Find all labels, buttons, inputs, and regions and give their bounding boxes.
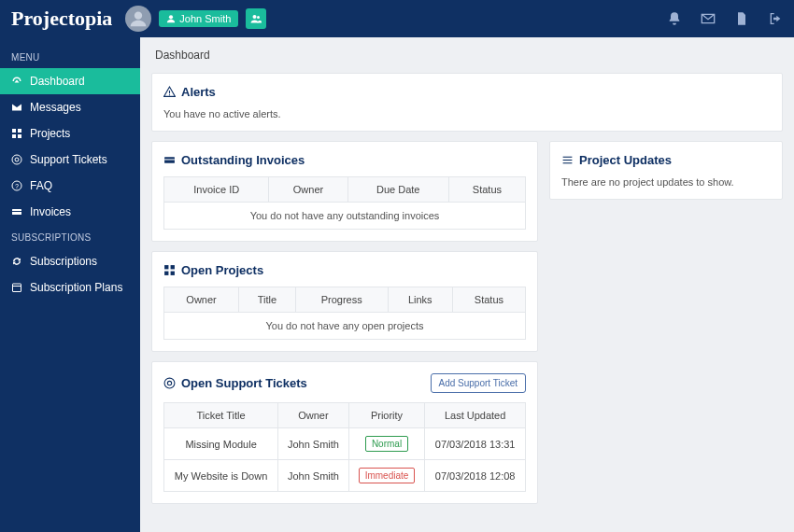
ticket-owner: John Smith <box>278 460 349 492</box>
card-title: Project Updates <box>579 153 672 167</box>
sidebar-item-label: Support Tickets <box>30 153 107 166</box>
file-icon[interactable] <box>734 11 749 26</box>
sidebar-item-label: FAQ <box>30 179 52 192</box>
svg-point-9 <box>15 158 19 161</box>
table-row[interactable]: My Website is DownJohn SmithImmediate07/… <box>164 460 526 492</box>
th: Owner <box>269 177 347 203</box>
th: Ticket Title <box>164 403 278 428</box>
svg-rect-14 <box>13 284 21 292</box>
user-icon <box>129 9 148 28</box>
warning-icon <box>163 86 176 98</box>
grid-icon <box>163 264 176 276</box>
svg-rect-15 <box>13 286 21 287</box>
card-title: Alerts <box>181 85 216 99</box>
user-name: John Smith <box>179 13 231 24</box>
sidebar-item-invoices[interactable]: Invoices <box>0 199 140 225</box>
svg-rect-6 <box>12 134 16 138</box>
sidebar-item-label: Projects <box>30 127 70 140</box>
main-content: Dashboard Alerts You have no active aler… <box>140 37 794 532</box>
logout-icon[interactable] <box>768 11 783 26</box>
sidebar-item-projects[interactable]: Projects <box>0 120 140 147</box>
sidebar-item-messages[interactable]: Messages <box>0 94 140 120</box>
ticket-priority: Immediate <box>348 460 425 492</box>
svg-rect-18 <box>164 265 168 269</box>
mail-icon[interactable] <box>701 11 716 26</box>
sidebar-heading-subscriptions: SUBSCRIPTIONS <box>0 225 140 248</box>
sidebar-item-support-tickets[interactable]: Support Tickets <box>0 147 140 173</box>
th: Title <box>239 287 296 313</box>
svg-point-8 <box>12 155 21 164</box>
svg-rect-21 <box>171 272 175 275</box>
add-ticket-button[interactable]: Add Support Ticket <box>431 373 527 393</box>
sidebar-item-label: Subscriptions <box>30 255 97 268</box>
tickets-table: Ticket Title Owner Priority Last Updated… <box>163 402 526 492</box>
invoices-table: Invoice ID Owner Due Date Status You do … <box>163 176 526 230</box>
projects-table: Owner Title Progress Links Status You do… <box>163 287 526 340</box>
alerts-empty: You have no active alerts. <box>163 108 771 119</box>
sidebar-item-subscription-plans[interactable]: Subscription Plans <box>0 274 140 301</box>
svg-rect-26 <box>563 162 573 163</box>
user-badge[interactable]: John Smith <box>159 10 238 27</box>
svg-point-1 <box>169 15 173 19</box>
mail-icon <box>11 102 22 113</box>
brand-logo: Projectopia <box>11 7 112 31</box>
calendar-icon <box>11 282 22 293</box>
ticket-title: Missing Module <box>164 428 278 460</box>
sidebar: MENU Dashboard Messages Projects Support… <box>0 37 140 532</box>
th: Status <box>448 177 525 203</box>
updates-card: Project Updates There are no project upd… <box>549 141 783 200</box>
sidebar-item-faq[interactable]: ? FAQ <box>0 173 140 199</box>
svg-point-2 <box>253 15 257 19</box>
grid-icon <box>11 128 22 139</box>
th: Due Date <box>347 177 448 203</box>
card-title: Outstanding Invoices <box>181 153 305 167</box>
projects-card: Open Projects Owner Title Progress Links… <box>151 251 538 352</box>
svg-point-23 <box>167 381 171 385</box>
card-icon <box>163 154 176 166</box>
user-icon <box>166 14 176 23</box>
ticket-owner: John Smith <box>278 428 349 460</box>
projects-empty: You do not have any open projects <box>164 313 526 340</box>
bell-icon[interactable] <box>667 11 682 26</box>
th: Last Updated <box>425 403 526 428</box>
svg-rect-7 <box>18 134 21 138</box>
th: Owner <box>164 287 239 313</box>
card-title: Open Projects <box>181 263 263 277</box>
sidebar-item-subscriptions[interactable]: Subscriptions <box>0 248 140 274</box>
ticket-priority: Normal <box>348 428 425 460</box>
sidebar-item-dashboard[interactable]: Dashboard <box>0 68 140 94</box>
th: Status <box>452 287 525 313</box>
alerts-card: Alerts You have no active alerts. <box>151 73 783 132</box>
svg-point-3 <box>257 16 260 19</box>
svg-rect-5 <box>18 129 21 133</box>
svg-text:?: ? <box>15 183 19 189</box>
lifebuoy-icon <box>163 377 176 389</box>
list-icon <box>561 154 574 166</box>
lifebuoy-icon <box>11 154 22 165</box>
svg-point-0 <box>135 12 142 20</box>
ticket-updated: 07/03/2018 12:08 <box>425 460 526 492</box>
svg-point-22 <box>164 378 175 388</box>
svg-rect-24 <box>563 157 573 158</box>
sidebar-heading-menu: MENU <box>0 45 140 68</box>
invoices-card: Outstanding Invoices Invoice ID Owner Du… <box>151 141 538 242</box>
sidebar-item-label: Dashboard <box>30 75 85 88</box>
updates-empty: There are no project updates to show. <box>561 176 771 188</box>
th: Links <box>388 287 452 313</box>
card-title: Open Support Tickets <box>181 376 307 390</box>
ticket-title: My Website is Down <box>164 460 278 492</box>
svg-rect-4 <box>12 129 16 133</box>
table-row[interactable]: Missing ModuleJohn SmithNormal07/03/2018… <box>164 428 526 460</box>
page-title: Dashboard <box>151 47 783 63</box>
th: Invoice ID <box>164 177 269 203</box>
question-icon: ? <box>11 180 22 191</box>
gauge-icon <box>11 76 22 87</box>
svg-rect-19 <box>171 265 175 269</box>
svg-rect-17 <box>164 159 175 160</box>
sidebar-item-label: Messages <box>30 101 81 114</box>
users-icon <box>250 13 262 24</box>
topbar: Projectopia John Smith <box>0 0 794 37</box>
avatar[interactable] <box>125 6 151 32</box>
th: Progress <box>295 287 388 313</box>
users-button[interactable] <box>246 8 266 29</box>
